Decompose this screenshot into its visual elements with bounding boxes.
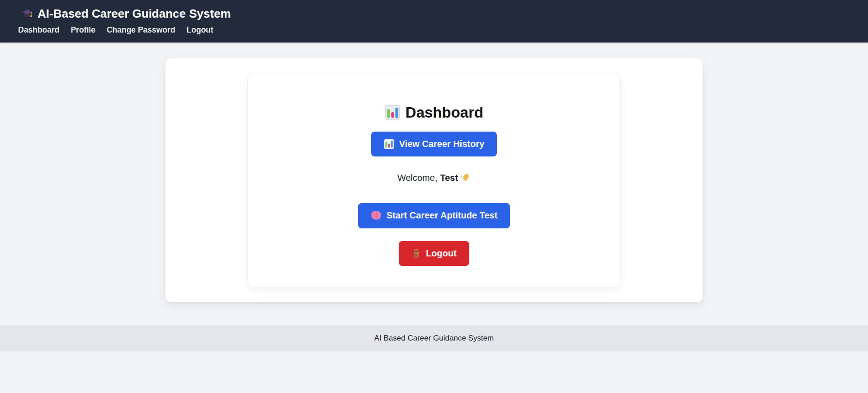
nav-link-dashboard[interactable]: Dashboard [18, 25, 59, 35]
bar-chart-icon [384, 139, 394, 149]
content-card: Dashboard View Career Histor [165, 58, 703, 302]
page-footer: AI Based Career Guidance System [0, 325, 868, 351]
page-title-text: Dashboard [406, 104, 483, 121]
door-icon [411, 249, 421, 258]
brand: AI-Based Career Guidance System [21, 7, 850, 21]
nav-link-logout[interactable]: Logout [187, 25, 213, 35]
welcome-prefix: Welcome, [397, 173, 438, 183]
welcome-username: Test [440, 173, 458, 183]
view-career-history-label: View Career History [399, 139, 485, 149]
nav-link-change-password[interactable]: Change Password [107, 25, 175, 35]
view-career-history-button[interactable]: View Career History [371, 132, 497, 156]
start-aptitude-test-label: Start Career Aptitude Test [387, 210, 498, 221]
page-title: Dashboard [266, 104, 602, 121]
welcome-message: Welcome, Test [266, 173, 602, 183]
footer-text: AI Based Career Guidance System [374, 334, 494, 343]
bar-chart-icon [385, 105, 400, 120]
graduation-cap-icon [21, 8, 33, 20]
nav-links: Dashboard Profile Change Password Logout [18, 25, 850, 35]
waving-hand-icon [461, 173, 471, 183]
top-navbar: AI-Based Career Guidance System Dashboar… [0, 0, 868, 43]
logout-button[interactable]: Logout [399, 241, 469, 266]
brain-icon [371, 210, 382, 221]
logout-label: Logout [426, 248, 457, 259]
nav-link-profile[interactable]: Profile [71, 25, 95, 35]
dashboard-card: Dashboard View Career Histor [247, 73, 621, 288]
main-content: Dashboard View Career Histor [0, 43, 868, 302]
brand-title: AI-Based Career Guidance System [38, 7, 231, 21]
start-aptitude-test-button[interactable]: Start Career Aptitude Test [358, 203, 510, 228]
